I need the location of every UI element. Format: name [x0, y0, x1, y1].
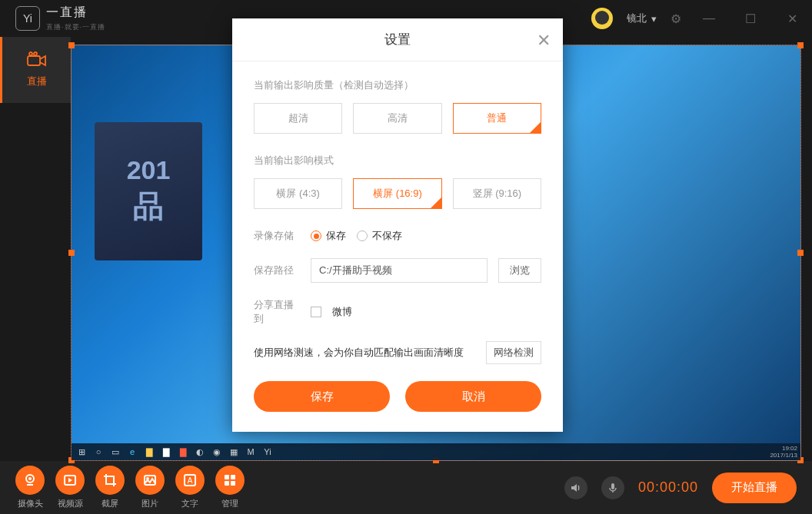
tool-image[interactable]: 图片 [135, 466, 165, 509]
mic-icon [607, 482, 619, 494]
svg-text:A: A [188, 476, 193, 485]
mic-button[interactable] [601, 476, 624, 499]
tool-capture[interactable]: 截屏 [95, 466, 125, 509]
timer: 00:00:00 [638, 479, 698, 496]
network-test-button[interactable]: 网络检测 [486, 341, 541, 364]
bottom-toolbar: 摄像头 视频源 截屏 图片 A 文字 管理 00:00:00 开始 [0, 461, 812, 514]
svg-point-2 [34, 52, 37, 55]
mode-label: 当前输出影响模式 [254, 154, 541, 167]
sidebar-tab-label: 直播 [27, 75, 47, 88]
text-icon: A [182, 473, 198, 488]
mode-option-16-9[interactable]: 横屏 (16:9) [353, 178, 441, 209]
app-icon: Yi [261, 446, 275, 458]
chevron-down-icon: ▾ [651, 13, 657, 25]
speaker-icon [570, 482, 582, 494]
settings-modal: 设置 ✕ 当前输出影响质量（检测自动选择） 超清 高清 普通 当前输出影响模式 … [232, 18, 563, 432]
close-icon[interactable]: ✕ [537, 31, 551, 51]
svg-rect-14 [611, 483, 614, 489]
mode-options: 横屏 (4:3) 横屏 (16:9) 竖屏 (9:16) [254, 178, 541, 209]
camera-icon [27, 51, 47, 68]
resize-handle[interactable] [68, 42, 75, 48]
save-button[interactable]: 保存 [254, 381, 390, 412]
path-label: 保存路径 [254, 264, 300, 277]
svg-rect-12 [225, 481, 229, 486]
modal-actions: 保存 取消 [254, 381, 541, 412]
image-icon [142, 473, 158, 488]
browse-button[interactable]: 浏览 [498, 258, 541, 283]
app-icon: ◐ [193, 446, 207, 458]
path-input[interactable] [311, 258, 488, 283]
svg-rect-0 [28, 56, 40, 65]
record-row: 录像存储 保存 不保存 [254, 229, 541, 243]
app-icon: M [244, 446, 258, 458]
quality-label: 当前输出影响质量（检测自动选择） [254, 78, 541, 92]
modal-header: 设置 ✕ [232, 18, 563, 61]
network-row: 使用网络测速，会为你自动匹配输出画面清晰度 网络检测 [254, 341, 541, 364]
quality-option-hd[interactable]: 超清 [254, 103, 342, 134]
app-slogan: 直播·就要·一直播 [46, 22, 105, 32]
play-icon [62, 473, 78, 488]
resize-handle[interactable] [797, 42, 804, 48]
avatar[interactable] [591, 8, 613, 29]
resize-handle[interactable] [797, 250, 804, 256]
quality-options: 超清 高清 普通 [254, 103, 541, 134]
app-icon: ▦ [227, 446, 241, 458]
resize-handle[interactable] [68, 250, 75, 256]
record-label: 录像存储 [254, 229, 300, 243]
crop-icon [102, 473, 118, 488]
username-dropdown[interactable]: 镜北 ▾ [627, 12, 657, 25]
radio-save[interactable]: 保存 [311, 229, 346, 243]
share-row: 分享直播到 微博 [254, 298, 541, 326]
tool-manage[interactable]: 管理 [215, 466, 245, 509]
tool-items: 摄像头 视频源 截屏 图片 A 文字 管理 [15, 466, 245, 509]
quality-option-high[interactable]: 高清 [353, 103, 441, 134]
modal-body: 当前输出影响质量（检测自动选择） 超清 高清 普通 当前输出影响模式 横屏 (4… [232, 61, 563, 432]
svg-rect-10 [225, 475, 229, 479]
network-text: 使用网络测速，会为你自动匹配输出画面清晰度 [254, 346, 464, 360]
captured-taskbar: ⊞ ○ ▭ e ▇ ▇ ▇ ◐ ◉ ▦ M Yi 19:022017/1/13 [72, 443, 800, 460]
logo-area: Yi 一直播 直播·就要·一直播 [6, 5, 105, 32]
sidebar-tab-live[interactable]: 直播 [0, 37, 71, 103]
radio-nosave[interactable]: 不保存 [357, 229, 402, 243]
chrome-icon: ◉ [210, 446, 224, 458]
svg-rect-13 [231, 481, 235, 486]
minimize-button[interactable]: — [695, 8, 723, 29]
share-label: 分享直播到 [254, 298, 300, 326]
titlebar-right: 镜北 ▾ ⚙ — ☐ ✕ [591, 8, 806, 29]
app-name: 一直播 [46, 5, 105, 21]
path-row: 保存路径 浏览 [254, 258, 541, 283]
tool-video-source[interactable]: 视频源 [55, 466, 85, 509]
svg-point-1 [29, 52, 32, 55]
bottom-right: 00:00:00 开始直播 [564, 473, 797, 503]
start-live-button[interactable]: 开始直播 [712, 473, 797, 503]
search-icon: ○ [92, 446, 105, 458]
maximize-button[interactable]: ☐ [737, 8, 764, 29]
sidebar: 直播 [0, 37, 71, 461]
svg-rect-11 [231, 475, 235, 479]
wallpaper-card: 201 品 [95, 122, 202, 260]
tool-camera[interactable]: 摄像头 [15, 466, 45, 509]
quality-option-normal[interactable]: 普通 [453, 103, 541, 134]
mode-option-4-3[interactable]: 横屏 (4:3) [254, 178, 342, 209]
folder-icon: ▇ [142, 446, 156, 458]
captured-clock: 19:022017/1/13 [770, 445, 797, 459]
username: 镜北 [627, 12, 647, 25]
modal-title: 设置 [384, 31, 411, 48]
store-icon: ▇ [159, 446, 173, 458]
cancel-button[interactable]: 取消 [405, 381, 541, 412]
app-icon: ▇ [176, 446, 190, 458]
close-button[interactable]: ✕ [778, 8, 806, 29]
gear-icon[interactable]: ⚙ [671, 12, 681, 26]
webcam-icon [22, 473, 38, 488]
share-weibo-label: 微博 [332, 305, 352, 319]
tool-text[interactable]: A 文字 [175, 466, 205, 509]
grid-icon [222, 473, 238, 488]
edge-icon: e [125, 446, 139, 458]
speaker-button[interactable] [564, 476, 587, 499]
mode-option-9-16[interactable]: 竖屏 (9:16) [453, 178, 541, 209]
svg-point-4 [28, 477, 32, 480]
logo-icon: Yi [15, 6, 40, 31]
checkbox-weibo[interactable] [311, 307, 321, 317]
windows-icon: ⊞ [75, 446, 88, 458]
taskview-icon: ▭ [108, 446, 122, 458]
